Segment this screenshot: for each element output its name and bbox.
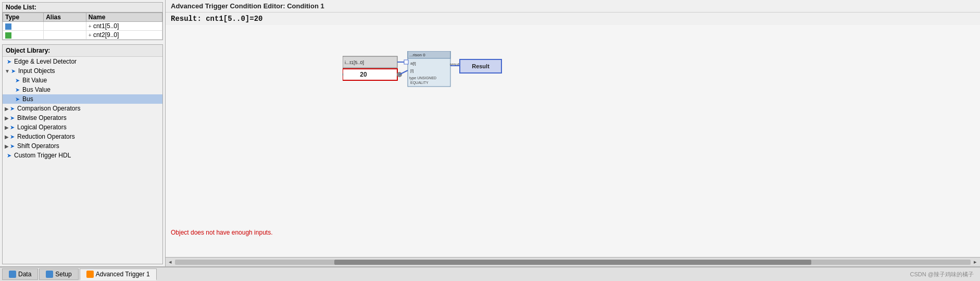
- trigger-tab-icon: [86, 271, 94, 278]
- scroll-track[interactable]: [175, 260, 971, 265]
- tab-advanced-trigger-label: Advanced Trigger 1: [96, 271, 150, 278]
- green-icon: [5, 32, 11, 39]
- chevron-down-icon: ▼: [5, 68, 10, 74]
- table-row[interactable]: + cnt1[5..0]: [3, 22, 162, 31]
- arrow-right-icon: ➤: [15, 77, 21, 84]
- arrow-right-icon: ➤: [15, 96, 21, 103]
- blue-icon: [5, 23, 11, 30]
- tab-setup[interactable]: Setup: [39, 268, 78, 280]
- tab-data[interactable]: Data: [2, 268, 38, 280]
- arrow-right-icon: ➤: [11, 68, 17, 75]
- row-name: + cnt1[5..0]: [86, 22, 162, 31]
- chevron-right-icon: ▶: [5, 134, 9, 140]
- lib-group-comparison[interactable]: ▶ ➤ Comparison Operators: [3, 104, 162, 113]
- chevron-right-icon: ▶: [5, 106, 9, 112]
- lib-label-bus-value: Bus Value: [22, 86, 51, 93]
- col-type: Type: [3, 13, 44, 22]
- arrow-right-icon: ➤: [10, 124, 16, 131]
- diagram-container: i...t1[5..0] 20 ...rison 0 a[l] [l]: [343, 51, 551, 136]
- editor-title: Advanced Trigger Condition Editor: Condi…: [166, 0, 980, 13]
- lib-item-edge-detector[interactable]: ➤ Edge & Level Detector: [3, 57, 162, 66]
- object-library-header: Object Library:: [3, 45, 162, 57]
- row-alias: [44, 22, 86, 31]
- value-node: 20: [360, 71, 367, 78]
- row-type: [3, 31, 44, 40]
- result-node: Result: [472, 63, 489, 69]
- node-list-section: Node List: Type Alias Name + cnt1[5..0]: [2, 2, 163, 40]
- error-message: Object does not have enough inputs.: [171, 229, 272, 236]
- col-alias: Alias: [44, 13, 86, 22]
- tab-bar: Data Setup Advanced Trigger 1 CSDN @辣子鸡味…: [0, 266, 980, 281]
- lib-item-bit-value[interactable]: ➤ Bit Value: [3, 76, 162, 85]
- lib-item-bus-value[interactable]: ➤ Bus Value: [3, 85, 162, 94]
- comp-type: type UNSIGNED: [409, 76, 436, 80]
- lib-item-bus[interactable]: ➤ Bus: [3, 94, 162, 104]
- watermark: CSDN @辣子鸡味的橘子: [910, 271, 978, 278]
- arrow-right-icon: ➤: [10, 115, 16, 121]
- lib-item-custom-hdl[interactable]: ➤ Custom Trigger HDL: [3, 151, 162, 160]
- expand-icon[interactable]: +: [89, 32, 92, 38]
- row-name: + cnt2[9..0]: [86, 31, 162, 40]
- tab-data-label: Data: [18, 271, 31, 278]
- scroll-right-icon[interactable]: ▸: [973, 259, 978, 265]
- lib-group-reduction[interactable]: ▶ ➤ Reduction Operators: [3, 132, 162, 141]
- right-panel: Advanced Trigger Condition Editor: Condi…: [166, 0, 980, 266]
- chevron-right-icon: ▶: [5, 125, 9, 130]
- lib-label-shift: Shift Operators: [17, 142, 59, 150]
- arrow-right-icon: ➤: [7, 58, 13, 65]
- lib-label-bitwise: Bitwise Operators: [17, 114, 67, 121]
- result-line: Result: cnt1[5..0]=20: [166, 13, 980, 25]
- comp-equality: EQUALITY: [410, 81, 429, 85]
- lib-group-bitwise[interactable]: ▶ ➤ Bitwise Operators: [3, 113, 162, 123]
- lib-label-bit-value: Bit Value: [22, 77, 47, 84]
- comp-title: ...rison 0: [409, 53, 425, 57]
- lib-label-logical: Logical Operators: [17, 124, 67, 131]
- arrow-right-icon: ➤: [10, 105, 16, 112]
- lib-label-comparison: Comparison Operators: [17, 105, 80, 112]
- left-panel: Node List: Type Alias Name + cnt1[5..0]: [0, 0, 166, 266]
- svg-rect-2: [343, 69, 397, 80]
- canvas-area[interactable]: i...t1[5..0] 20 ...rison 0 a[l] [l]: [166, 25, 980, 257]
- lib-group-input-objects[interactable]: ▼ ➤ Input Objects: [3, 66, 162, 76]
- scrollbar-area[interactable]: ◂ ▸: [166, 257, 980, 266]
- lib-label-edge-detector: Edge & Level Detector: [14, 58, 77, 65]
- node-list-table: Type Alias Name + cnt1[5..0] + cnt2[9.: [3, 13, 162, 40]
- table-row[interactable]: + cnt2[9..0]: [3, 31, 162, 40]
- lib-label-bus: Bus: [22, 95, 33, 103]
- node-list-header: Node List:: [3, 3, 162, 13]
- tab-advanced-trigger[interactable]: Advanced Trigger 1: [80, 268, 157, 280]
- chevron-right-icon: ▶: [5, 115, 9, 121]
- chevron-right-icon: ▶: [5, 143, 9, 149]
- arrow-right-icon: ➤: [15, 87, 21, 93]
- col-name: Name: [86, 13, 162, 22]
- lib-label-reduction: Reduction Operators: [17, 133, 75, 140]
- data-tab-icon: [9, 271, 16, 278]
- lib-group-shift[interactable]: ▶ ➤ Shift Operators: [3, 141, 162, 151]
- row-type: [3, 22, 44, 31]
- object-library-section: Object Library: ➤ Edge & Level Detector …: [2, 44, 163, 264]
- cnt-node-label: i...t1[5..0]: [345, 60, 364, 65]
- svg-rect-11: [404, 60, 408, 64]
- arrow-right-icon: ➤: [10, 143, 16, 150]
- diagram-svg: i...t1[5..0] 20 ...rison 0 a[l] [l]: [343, 51, 551, 135]
- lib-group-logical[interactable]: ▶ ➤ Logical Operators: [3, 123, 162, 132]
- row-alias: [44, 31, 86, 40]
- scroll-left-icon[interactable]: ◂: [168, 259, 173, 265]
- arrow-right-icon: ➤: [7, 152, 13, 159]
- scroll-thumb[interactable]: [334, 260, 812, 265]
- setup-tab-icon: [46, 271, 53, 278]
- lib-label-input-objects: Input Objects: [18, 67, 55, 75]
- arrow-right-icon: ➤: [10, 133, 16, 140]
- tab-setup-label: Setup: [55, 271, 71, 278]
- comp-port1: a[l]: [410, 61, 416, 66]
- lib-label-custom-hdl: Custom Trigger HDL: [14, 152, 71, 159]
- comp-port2: [l]: [410, 68, 413, 73]
- expand-icon[interactable]: +: [89, 23, 92, 29]
